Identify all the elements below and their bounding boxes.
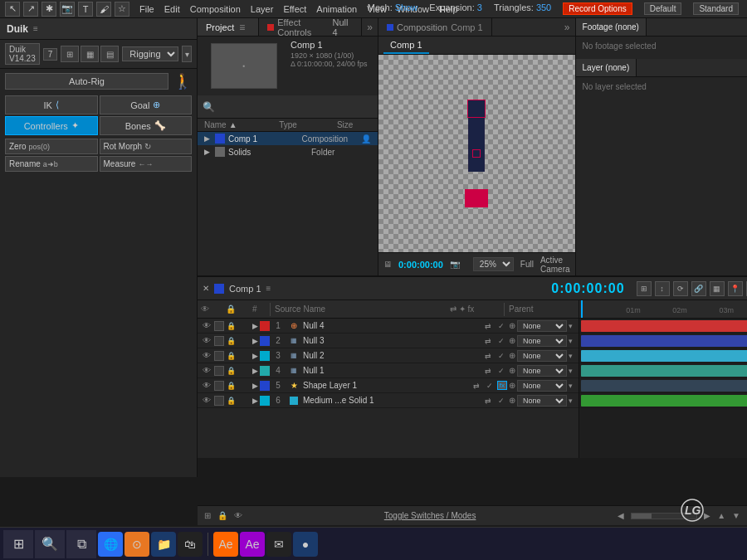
rot-morph-button[interactable]: Rot Morph ↻ [100,139,193,154]
text-tool-icon[interactable]: T [78,2,93,17]
duik-menu-icon[interactable]: ≡ [33,24,38,33]
project-menu-icon[interactable]: ≡ [234,22,250,33]
col-size-header[interactable]: Size [337,120,371,129]
layer3-solo[interactable] [214,351,224,361]
list-item-solids[interactable]: ▶ Solids Folder [198,145,378,158]
layer4-parent-select[interactable]: None [517,365,567,377]
edge-icon[interactable]: 🌐 [98,532,123,557]
goal-button[interactable]: Goal ⊕ [100,95,193,114]
timeline-bottom-icon1[interactable]: ⊞ [204,511,211,520]
layer2-vis[interactable]: 👁 [201,335,212,347]
toggle-switches-link[interactable]: Toggle Switches / Modes [384,511,476,520]
auto-rig-button[interactable]: Auto-Rig [5,73,168,90]
layer4-sw1[interactable]: ⇄ [482,365,494,377]
layer5-solo[interactable] [214,381,224,391]
solids-expand-icon[interactable]: ▶ [204,148,210,156]
layer3-sw2[interactable]: ✓ [496,350,507,362]
layer6-sw2[interactable]: ✓ [496,395,507,407]
layer-tab[interactable]: Layer (none) [576,59,637,76]
standard-workspace-button[interactable]: Standard [693,2,739,15]
layer3-vis[interactable]: 👁 [201,350,212,362]
puppet-tool-icon[interactable]: ☆ [115,2,129,17]
layer1-lock[interactable]: 🔒 [226,321,236,331]
pen-tool-icon[interactable]: ✱ [42,2,56,17]
layer2-sw1[interactable]: ⇄ [482,335,494,347]
layer1-parent-select[interactable]: None [517,320,567,332]
layer4-vis[interactable]: 👁 [201,365,212,377]
menu-effect[interactable]: Effect [283,4,306,14]
menu-edit[interactable]: Edit [164,4,180,14]
panel-more-icon[interactable]: » [362,22,378,33]
timeline-scroll-down[interactable]: ▼ [732,511,740,520]
layer4-lock[interactable]: 🔒 [226,366,236,376]
layer4-solo[interactable] [214,366,224,376]
rename-button[interactable]: Rename a➜b [5,156,98,172]
mail-icon[interactable]: ✉ [266,532,291,557]
layer6-lock[interactable]: 🔒 [226,396,236,406]
layer4-play-icon[interactable]: ▶ [252,367,258,375]
layer1-play-icon[interactable]: ▶ [252,322,258,330]
footage-tab[interactable]: Footage (none) [576,18,647,36]
duik-rigging-select[interactable]: Rigging [122,46,178,61]
controllers-button[interactable]: Controllers ✦ [5,116,98,135]
store-icon[interactable]: 🛍 [178,532,203,557]
playhead-marker[interactable] [581,300,583,318]
viewer-more-icon[interactable]: » [559,22,575,33]
chrome-icon[interactable]: ⊙ [124,532,149,557]
layer3-sw1[interactable]: ⇄ [482,350,494,362]
layer6-play-icon[interactable]: ▶ [252,397,258,405]
show-toggle[interactable]: Show [395,2,418,12]
comp1-expand-icon[interactable]: ▶ [204,134,210,143]
layer3-lock[interactable]: 🔒 [226,351,236,361]
layer2-parent-chevron[interactable]: ▾ [569,337,573,345]
layer6-parent-chevron[interactable]: ▾ [569,397,573,405]
layer5-lock[interactable]: 🔒 [226,381,236,391]
move-tool-icon[interactable]: ↖ [5,2,20,17]
layer1-sw1[interactable]: ⇄ [482,320,494,332]
duik-grid3-icon[interactable]: ▤ [100,46,119,62]
list-item-comp1[interactable]: ▶ Comp 1 Composition 👤 [198,132,378,145]
col-name-header[interactable]: Name ▲ [204,120,272,129]
layer5-sw1[interactable]: ⇄ [471,380,482,392]
layer3-parent-chevron[interactable]: ▾ [569,352,573,360]
layer5-parent-select[interactable]: None [517,380,567,392]
layer2-play-icon[interactable]: ▶ [252,337,258,345]
layer2-solo[interactable] [214,336,224,346]
ae2-icon[interactable]: Ae [240,532,265,557]
viewer-canvas[interactable] [378,55,575,252]
tab-project[interactable]: Project ≡ [198,18,259,36]
timeline-icon6[interactable]: 📍 [728,281,743,296]
comp-tab-comp1[interactable]: Comp 1 [383,37,429,54]
duik-grid1-icon[interactable]: ⊞ [61,46,79,62]
tab-composition[interactable]: Composition Comp 1 [378,18,492,36]
search-button[interactable]: 🔍 [35,530,65,558]
timeline-icon2[interactable]: ↕ [655,281,670,296]
layer5-vis[interactable]: 👁 [201,380,212,392]
layer1-parent-chevron[interactable]: ▾ [569,322,573,330]
explorer-icon[interactable]: 📁 [151,532,176,557]
layer1-solo[interactable] [214,321,224,331]
layer4-sw2[interactable]: ✓ [496,365,507,377]
layer6-vis[interactable]: 👁 [201,395,212,407]
record-options-button[interactable]: Record Options [563,2,632,15]
layer2-sw2[interactable]: ✓ [496,335,507,347]
timeline-icon4[interactable]: 🔗 [691,281,706,296]
duik-expand-icon[interactable]: ▾ [182,46,192,62]
timeline-icon5[interactable]: ▦ [710,281,725,296]
tab-effect-controls[interactable]: Effect Controls Null 4 [259,18,362,36]
timeline-scroll-left[interactable]: ◀ [618,511,624,520]
layer4-parent-chevron[interactable]: ▾ [569,367,573,375]
brush-tool-icon[interactable]: 🖌 [96,2,111,17]
layer1-vis[interactable]: 👁 [201,320,212,332]
layer2-parent-select[interactable]: None [517,335,567,347]
zoom-select[interactable]: 25% [473,257,514,271]
timeline-icon3[interactable]: ⟳ [673,281,688,296]
menu-layer[interactable]: Layer [251,4,274,14]
layer6-sw1[interactable]: ⇄ [482,395,494,407]
layer5-parent-chevron[interactable]: ▾ [569,382,573,390]
layer6-parent-select[interactable]: None [517,395,567,407]
selection-tool-icon[interactable]: ↗ [23,2,38,17]
timeline-icon1[interactable]: ⊞ [637,281,652,296]
col-type-header[interactable]: Type [279,120,330,129]
timeline-bottom-icon3[interactable]: 👁 [234,511,242,520]
